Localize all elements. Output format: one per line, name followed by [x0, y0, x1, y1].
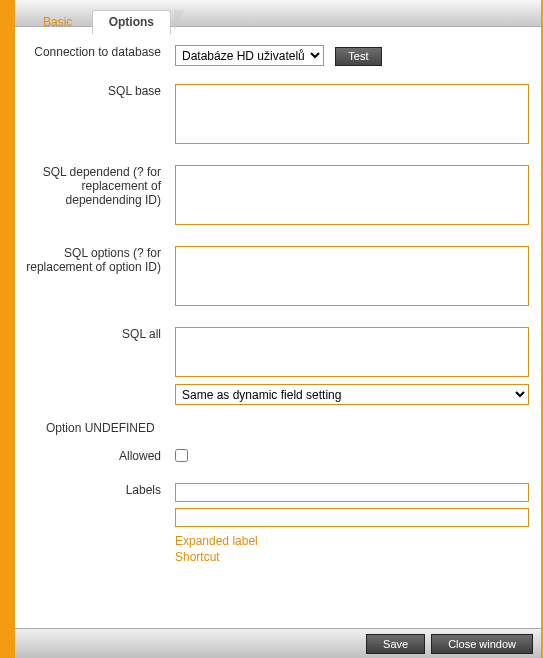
- test-button[interactable]: Test: [335, 47, 381, 66]
- label-labels: Labels: [15, 483, 175, 497]
- labels-input-2[interactable]: [175, 508, 529, 527]
- sql-all-mode-select[interactable]: Same as dynamic field setting: [175, 384, 529, 405]
- label-sql-dependend: SQL dependend (? for replacement of depe…: [15, 165, 175, 207]
- label-allowed: Allowed: [15, 449, 175, 463]
- connection-select[interactable]: Databáze HD uživatelů: [175, 45, 324, 66]
- expanded-label-link[interactable]: Expanded label: [175, 533, 529, 549]
- tab-options[interactable]: Options: [92, 10, 171, 34]
- tab-basic[interactable]: Basic: [27, 11, 88, 34]
- footer-bar: Save Close window: [15, 628, 541, 658]
- sql-all-textarea[interactable]: [175, 327, 529, 377]
- labels-input-1[interactable]: [175, 483, 529, 502]
- allowed-checkbox[interactable]: [175, 449, 188, 462]
- labels-links: Expanded label Shortcut: [15, 533, 529, 565]
- sql-base-textarea[interactable]: [175, 84, 529, 144]
- label-sql-all: SQL all: [15, 327, 175, 341]
- sql-dependend-textarea[interactable]: [175, 165, 529, 225]
- tabs-bar: Basic Options: [15, 0, 541, 27]
- save-button[interactable]: Save: [366, 634, 425, 654]
- dialog-frame: Basic Options Connection to database Dat…: [0, 0, 543, 658]
- tab-slant-decoration: [174, 10, 184, 32]
- label-connection: Connection to database: [15, 45, 175, 59]
- sql-options-textarea[interactable]: [175, 246, 529, 306]
- form-body: Connection to database Databáze HD uživa…: [15, 27, 541, 565]
- close-window-button[interactable]: Close window: [431, 634, 533, 654]
- shortcut-link[interactable]: Shortcut: [175, 549, 529, 565]
- label-sql-options: SQL options (? for replacement of option…: [15, 246, 175, 274]
- section-option-undefined: Option UNDEFINED: [15, 421, 529, 435]
- label-sql-base: SQL base: [15, 84, 175, 98]
